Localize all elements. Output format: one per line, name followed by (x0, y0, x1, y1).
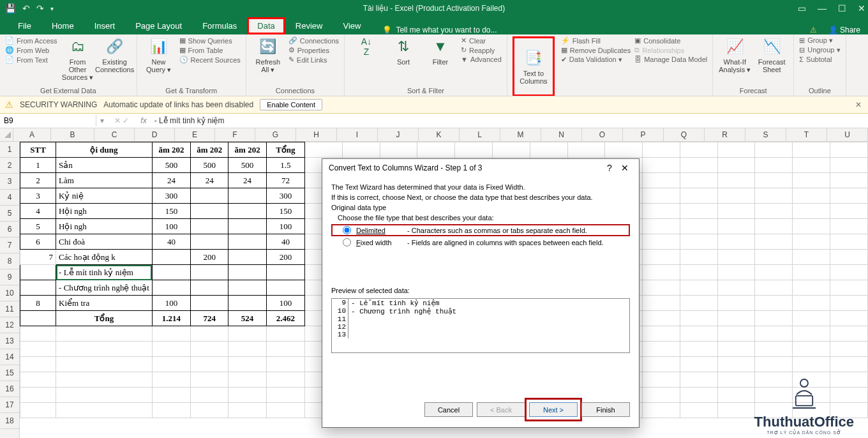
col-header-L[interactable]: L (460, 128, 500, 141)
advanced-button[interactable]: ▼ Advanced (461, 56, 502, 63)
save-icon[interactable]: 💾 (5, 3, 16, 13)
recent-sources-button[interactable]: 🕓 Recent Sources (179, 56, 241, 64)
row-header-6[interactable]: 6 (0, 222, 19, 238)
from-access-button[interactable]: 📄 From Access (5, 36, 57, 45)
tab-data[interactable]: Data (247, 17, 285, 34)
col-header-Q[interactable]: Q (664, 128, 705, 141)
tab-pagelayout[interactable]: Page Layout (125, 17, 192, 34)
col-header-F[interactable]: F (215, 128, 255, 141)
clear-button[interactable]: ✕ Clear (461, 36, 502, 45)
row-header-8[interactable]: 8 (0, 253, 19, 269)
sort-az-button[interactable]: A↓Z (350, 36, 383, 57)
col-header-T[interactable]: T (786, 128, 827, 141)
subtotal-button[interactable]: Σ Subtotal (799, 56, 840, 63)
row-header-3[interactable]: 3 (0, 174, 19, 190)
from-table-button[interactable]: ▦ From Table (179, 46, 241, 54)
text-to-columns-button[interactable]: 📑Text to Columns (517, 48, 550, 85)
next-button[interactable]: Next > (529, 402, 578, 417)
whatif-button[interactable]: 📈What-If Analysis ▾ (718, 36, 751, 74)
maximize-icon[interactable]: ☐ (838, 3, 846, 13)
refresh-all-button[interactable]: 🔄Refresh All ▾ (251, 36, 285, 74)
warning-icon[interactable]: ⚠ (810, 26, 817, 34)
ungroup-button[interactable]: ⊟ Ungroup ▾ (799, 46, 840, 54)
col-header-H[interactable]: H (296, 128, 337, 141)
namebox-dropdown-icon[interactable]: ▾ (96, 116, 108, 125)
properties-button[interactable]: ⚙ Properties (288, 46, 339, 54)
row-header-12[interactable]: 12 (0, 317, 19, 333)
manage-data-model-button[interactable]: 🗄 Manage Data Model (634, 56, 707, 63)
from-web-button[interactable]: 🌐 From Web (5, 46, 57, 54)
edit-links-button[interactable]: ✎ Edit Links (288, 56, 339, 64)
show-queries-button[interactable]: ▦ Show Queries (179, 36, 241, 45)
relationships-button[interactable]: ⧉ Relationships (634, 46, 707, 54)
col-header-A[interactable]: A (13, 128, 51, 141)
tab-home[interactable]: Home (41, 17, 84, 34)
row-header-11[interactable]: 11 (0, 301, 19, 317)
sort-button[interactable]: ⇅Sort (387, 36, 420, 66)
radio-delimited[interactable]: Delimited - Characters such as commas or… (331, 224, 630, 236)
col-header-O[interactable]: O (582, 128, 623, 141)
existing-connections-button[interactable]: 🔗Existing Connections (98, 36, 131, 73)
finish-button[interactable]: Finish (581, 402, 630, 417)
col-header-C[interactable]: C (94, 128, 135, 141)
ribbon-options-icon[interactable]: ▭ (798, 3, 806, 13)
tab-review[interactable]: Review (285, 17, 333, 34)
share-button[interactable]: 👤 Share (828, 26, 860, 34)
row-header-13[interactable]: 13 (0, 333, 19, 349)
col-header-E[interactable]: E (175, 128, 215, 141)
row-header-9[interactable]: 9 (0, 269, 19, 285)
row-header-18[interactable]: 18 (0, 413, 19, 429)
row-header-15[interactable]: 15 (0, 365, 19, 381)
col-header-P[interactable]: P (623, 128, 664, 141)
enable-content-button[interactable]: Enable Content (260, 99, 322, 110)
radio-fixed-width[interactable]: Fixed width - Fields are aligned in colu… (331, 236, 630, 248)
col-header-U[interactable]: U (827, 128, 868, 141)
select-all-corner[interactable] (0, 128, 13, 142)
name-box[interactable]: B9 (0, 115, 96, 126)
col-header-M[interactable]: M (500, 128, 541, 141)
close-warning-icon[interactable]: ✕ (855, 100, 862, 109)
tab-formulas[interactable]: Formulas (192, 17, 247, 34)
row-header-16[interactable]: 16 (0, 381, 19, 397)
connections-button[interactable]: 🔗 Connections (288, 36, 339, 45)
row-header-7[interactable]: 7 (0, 238, 19, 253)
minimize-icon[interactable]: — (818, 3, 827, 13)
row-header-1[interactable]: 1 (0, 142, 19, 158)
formula-bar[interactable]: - Lễ mít tinh kỷ niệm (152, 115, 868, 126)
reapply-button[interactable]: ↻ Reapply (461, 46, 502, 54)
close-icon[interactable]: ✕ (858, 3, 865, 13)
row-header-14[interactable]: 14 (0, 349, 19, 365)
col-header-I[interactable]: I (337, 128, 378, 141)
dialog-close-icon[interactable]: ✕ (617, 163, 632, 173)
cancel-button[interactable]: Cancel (424, 402, 473, 417)
group-button[interactable]: ⊞ Group ▾ (799, 36, 840, 45)
tab-file[interactable]: File (8, 17, 41, 34)
tab-view[interactable]: View (333, 17, 371, 34)
data-validation-button[interactable]: ✔ Data Validation ▾ (561, 56, 631, 64)
col-header-D[interactable]: D (135, 128, 175, 141)
new-query-button[interactable]: 📊New Query ▾ (142, 36, 176, 74)
flash-fill-button[interactable]: ⚡ Flash Fill (561, 36, 631, 45)
col-header-J[interactable]: J (378, 128, 419, 141)
col-header-B[interactable]: B (51, 128, 94, 141)
col-header-K[interactable]: K (419, 128, 460, 141)
col-header-S[interactable]: S (745, 128, 786, 141)
dialog-help-icon[interactable]: ? (602, 163, 617, 173)
from-other-sources-button[interactable]: 🗂From Other Sources ▾ (61, 36, 94, 82)
remove-duplicates-button[interactable]: ▦ Remove Duplicates (561, 46, 631, 54)
fx-icon[interactable]: fx (135, 116, 151, 125)
col-header-R[interactable]: R (705, 128, 745, 141)
undo-icon[interactable]: ↶ (22, 3, 30, 13)
row-header-5[interactable]: 5 (0, 206, 19, 222)
forecast-sheet-button[interactable]: 📉Forecast Sheet (755, 36, 788, 73)
col-header-N[interactable]: N (541, 128, 582, 141)
tab-insert[interactable]: Insert (84, 17, 126, 34)
row-header-10[interactable]: 10 (0, 285, 19, 301)
filter-button[interactable]: ▼Filter (424, 36, 457, 66)
from-text-button[interactable]: 📄 From Text (5, 56, 57, 64)
back-button[interactable]: < Back (477, 402, 525, 417)
row-header-4[interactable]: 4 (0, 190, 19, 206)
row-header-17[interactable]: 17 (0, 397, 19, 413)
col-header-G[interactable]: G (255, 128, 296, 141)
tell-me[interactable]: 💡 Tell me what you want to do... (382, 26, 497, 34)
